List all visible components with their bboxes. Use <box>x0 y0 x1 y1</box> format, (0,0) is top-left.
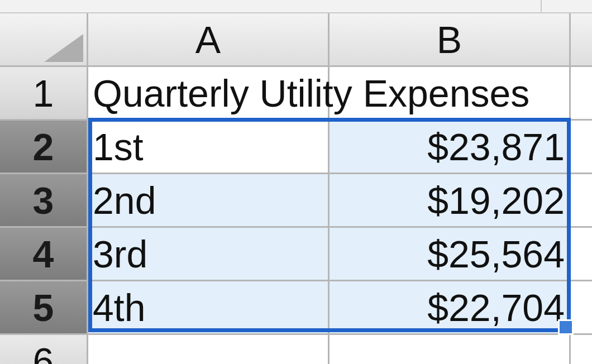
row-header-1[interactable]: 1 <box>0 67 88 121</box>
row-header-4[interactable]: 4 <box>0 228 88 281</box>
cell-b4[interactable]: $25,564 <box>330 228 571 281</box>
column-header-c[interactable] <box>571 13 592 67</box>
select-all-triangle-icon <box>44 34 83 62</box>
cell-a3[interactable]: 2nd <box>88 174 330 228</box>
cell-c6[interactable] <box>571 335 592 364</box>
column-header-b[interactable]: B <box>330 13 571 67</box>
cell-c5[interactable] <box>571 281 592 335</box>
formula-bar-strip <box>0 0 592 13</box>
cell-a5[interactable]: 4th <box>88 281 330 335</box>
cell-b3[interactable]: $19,202 <box>330 174 571 228</box>
cell-b6[interactable] <box>330 335 571 364</box>
cell-c3[interactable] <box>571 174 592 228</box>
cell-b5[interactable]: $22,704 <box>330 281 571 335</box>
row-header-6[interactable]: 6 <box>0 335 88 364</box>
svg-marker-0 <box>44 34 83 62</box>
column-header-a[interactable]: A <box>88 13 330 67</box>
cell-c1[interactable] <box>571 67 592 121</box>
row-header-5[interactable]: 5 <box>0 281 88 335</box>
cell-a4[interactable]: 3rd <box>88 228 330 281</box>
spreadsheet-grid[interactable]: A B 1 Quarterly Utility Expenses 2 1st $… <box>0 13 592 364</box>
cell-a1[interactable]: Quarterly Utility Expenses <box>88 67 330 121</box>
cell-a6[interactable] <box>88 335 330 364</box>
cell-c4[interactable] <box>571 228 592 281</box>
cell-c2[interactable] <box>571 121 592 174</box>
row-header-2[interactable]: 2 <box>0 121 88 174</box>
row-header-3[interactable]: 3 <box>0 174 88 228</box>
cell-a2[interactable]: 1st <box>88 121 330 174</box>
cell-b2[interactable]: $23,871 <box>330 121 571 174</box>
select-all-corner[interactable] <box>0 13 88 67</box>
cell-b1[interactable] <box>330 67 571 121</box>
